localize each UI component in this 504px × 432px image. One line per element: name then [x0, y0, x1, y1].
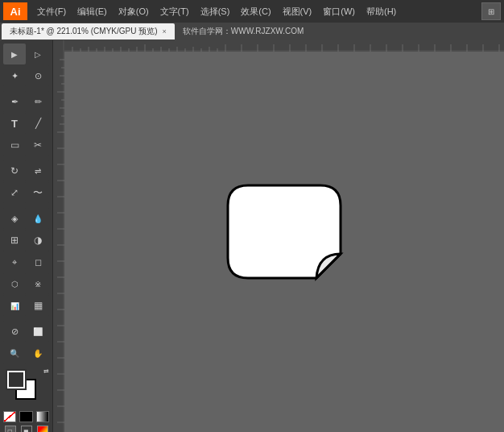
menu-window[interactable]: 窗口(W): [318, 4, 360, 19]
rotate-tool[interactable]: [3, 160, 26, 181]
tool-row-12: [2, 295, 51, 316]
tool-row-9: [2, 230, 51, 251]
fill-inner: [9, 372, 23, 387]
tool-row-6: [2, 160, 51, 181]
gradient-swatch[interactable]: [36, 411, 49, 422]
mesh-icon: [10, 235, 19, 246]
tab-secondary[interactable]: 软件自学网：WWW.RJZXW.COM: [175, 23, 312, 39]
eyedropper-tool[interactable]: [27, 208, 49, 229]
menu-view[interactable]: 视图(V): [278, 4, 317, 19]
canvas-area[interactable]: [53, 40, 504, 432]
reflect-tool[interactable]: [27, 160, 49, 181]
symb-icon: [35, 278, 41, 289]
black-swatch[interactable]: [19, 411, 32, 422]
mesh-tool[interactable]: [3, 230, 26, 251]
hand-tool[interactable]: [27, 343, 49, 363]
live-paint-tool[interactable]: [27, 251, 49, 272]
workspace-button[interactable]: ⊞: [481, 2, 501, 20]
persp-icon: [11, 278, 19, 289]
magic-wand-tool[interactable]: [3, 65, 26, 86]
symbol-tool[interactable]: [27, 273, 49, 294]
tool-row-4: [2, 113, 51, 134]
lasso-tool[interactable]: [27, 65, 49, 86]
line-tool[interactable]: [27, 113, 49, 134]
graph-tool[interactable]: [3, 295, 26, 316]
svg-rect-39: [53, 40, 64, 432]
toolbar: ⇄ ◻ ◼ ⬛ 🔍: [0, 40, 53, 432]
tab-active[interactable]: 未标题-1* @ 221.01% (CMYK/GPU 预览) ×: [2, 23, 175, 39]
scale-tool[interactable]: [3, 182, 26, 203]
warp-icon: [33, 186, 43, 200]
reflect-icon: [35, 165, 41, 177]
svg-rect-0: [64, 40, 504, 52]
tab-label-secondary: 软件自学网：WWW.RJZXW.COM: [183, 26, 304, 37]
scissors-tool[interactable]: [27, 135, 49, 156]
lasso-icon: [35, 70, 42, 81]
gradient-tool[interactable]: [27, 230, 49, 251]
direct-selection-tool[interactable]: [27, 44, 49, 64]
line-icon: [35, 118, 41, 129]
swap-colors-button[interactable]: ⇄: [43, 368, 49, 375]
scissors-icon: [34, 139, 42, 151]
tool-row-13: [2, 321, 51, 342]
rotate-icon: [10, 165, 19, 177]
tool-row-14: [2, 343, 51, 363]
menu-help[interactable]: 帮助(H): [361, 4, 401, 19]
tool-row-3: [2, 91, 51, 112]
zoom-tool[interactable]: [3, 343, 26, 363]
scale-icon: [10, 187, 19, 198]
curvature-tool[interactable]: [27, 91, 49, 112]
perspective-tool[interactable]: [3, 273, 26, 294]
menu-file[interactable]: 文件(F): [32, 4, 71, 19]
main-layout: ⇄ ◻ ◼ ⬛ 🔍: [0, 40, 504, 432]
pen-tool[interactable]: [3, 91, 26, 112]
ruler-left-svg: [53, 40, 64, 432]
color-area: ⇄ ◻ ◼ ⬛ 🔍: [2, 364, 51, 432]
menu-edit[interactable]: 编辑(E): [72, 4, 112, 19]
pen-icon: [11, 96, 19, 107]
direct-arrow-icon: [35, 48, 41, 60]
menu-effect[interactable]: 效果(C): [236, 4, 275, 19]
tab-close-button[interactable]: ×: [163, 27, 167, 35]
fill-swatch[interactable]: [6, 369, 27, 390]
artboard: [64, 52, 504, 432]
blend-tool[interactable]: [3, 208, 26, 229]
gradient-indicator[interactable]: [37, 426, 48, 432]
menu-select[interactable]: 选择(S): [196, 4, 235, 19]
menu-type[interactable]: 文字(T): [155, 4, 194, 19]
tool-row-11: [2, 273, 51, 294]
slice-tool[interactable]: [3, 321, 26, 342]
eraser-tool[interactable]: [27, 321, 49, 342]
eyedrop-icon: [33, 213, 43, 224]
ruler-top: [64, 40, 504, 52]
live-icon: [12, 256, 17, 268]
artboard-tool[interactable]: [27, 295, 49, 316]
bar-icon: [34, 300, 43, 311]
magic-icon: [11, 70, 19, 81]
pencil-icon: [35, 96, 42, 107]
rectangle-tool[interactable]: [3, 135, 26, 156]
shape-container: [220, 177, 349, 306]
warp-tool[interactable]: [27, 182, 49, 203]
tool-row-7: [2, 182, 51, 203]
zoom-icon: [10, 347, 19, 359]
graph-icon: [10, 300, 19, 311]
ruler-left: [53, 40, 64, 432]
tool-row-5: [2, 135, 51, 156]
none-swatch[interactable]: [3, 411, 16, 422]
shape-builder-tool[interactable]: [3, 251, 26, 272]
type-icon: [11, 118, 18, 130]
arrow-icon: [11, 48, 18, 60]
title-bar-right: ⊞: [481, 2, 501, 20]
selection-tool[interactable]: [3, 44, 26, 64]
stroke-indicator[interactable]: ◼: [21, 426, 32, 432]
type-tool[interactable]: [3, 113, 26, 134]
app-logo: Ai: [3, 2, 27, 20]
tab-bar: 未标题-1* @ 221.01% (CMYK/GPU 预览) × 软件自学网：W…: [0, 23, 504, 40]
fill-indicator[interactable]: ◻: [5, 426, 16, 432]
fill-stroke-box: ⇄: [4, 368, 49, 408]
menu-object[interactable]: 对象(O): [114, 4, 154, 19]
hand-icon: [33, 347, 43, 359]
main-shape-svg: [220, 177, 349, 306]
menu-bar: 文件(F) 编辑(E) 对象(O) 文字(T) 选择(S) 效果(C) 视图(V…: [32, 4, 401, 19]
